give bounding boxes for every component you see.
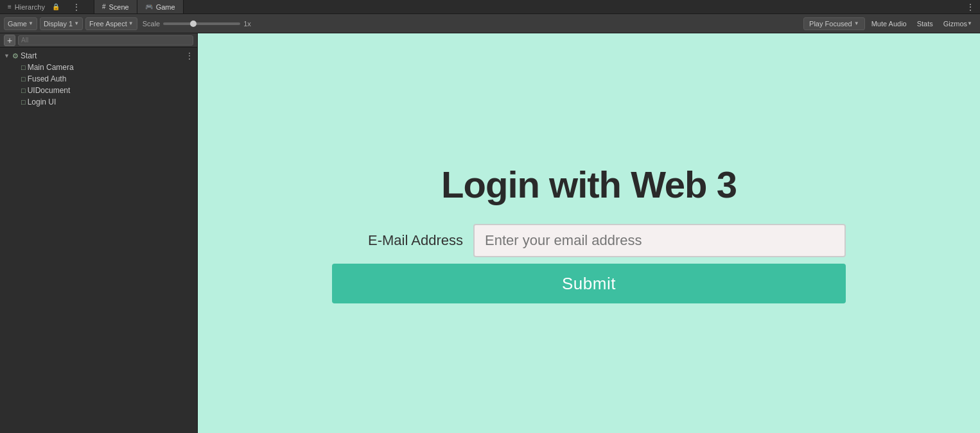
hierarchy-start-label: Start xyxy=(21,51,37,60)
hierarchy-camera-label: Main Camera xyxy=(28,63,74,72)
lock-icon: 🔒 xyxy=(48,3,64,10)
scale-section: Scale 1x xyxy=(143,20,251,28)
login-panel: Login with Web 3 E-Mail Address Submit xyxy=(332,163,846,303)
hierarchy-item-login-ui[interactable]: □ Login UI xyxy=(0,96,197,108)
loginui-icon: □ xyxy=(21,98,26,106)
display-dropdown[interactable]: Display 1 ▼ xyxy=(40,17,83,30)
hierarchy-list: ▼ ⚙ Start ⋮ □ Main Camera □ Fused Auth □ xyxy=(0,47,197,433)
email-row: E-Mail Address xyxy=(332,224,846,257)
hierarchy-item-fused-auth[interactable]: □ Fused Auth xyxy=(0,73,197,85)
gizmos-label: Gizmos xyxy=(943,20,967,28)
gizmos-chevron: ▼ xyxy=(967,21,972,26)
hierarchy-icon: ≡ xyxy=(8,3,12,10)
scale-label: Scale xyxy=(143,20,161,28)
email-label: E-Mail Address xyxy=(332,232,473,249)
play-focused-chevron: ▼ xyxy=(854,21,859,26)
aspect-dropdown[interactable]: Free Aspect ▼ xyxy=(85,17,137,30)
stats-button[interactable]: Stats xyxy=(913,17,937,30)
play-focused-button[interactable]: Play Focused ▼ xyxy=(803,17,865,30)
game-dropdown-label: Game xyxy=(8,20,27,28)
tab-scene-label: Scene xyxy=(109,3,128,11)
hierarchy-uidocument-label: UIDocument xyxy=(28,86,71,95)
scale-value: 1x xyxy=(243,20,251,28)
hierarchy-item-uidocument[interactable]: □ UIDocument xyxy=(0,85,197,96)
tab-bar-overflow[interactable]: ⋮ xyxy=(961,0,980,13)
game-toolbar: Game ▼ Display 1 ▼ Free Aspect ▼ Scale 1… xyxy=(0,14,980,33)
hierarchy-item-main-camera[interactable]: □ Main Camera xyxy=(0,62,197,73)
login-title: Login with Web 3 xyxy=(441,163,737,206)
hierarchy-loginui-label: Login UI xyxy=(28,98,57,106)
start-icon: ⚙ xyxy=(12,52,19,60)
play-focused-label: Play Focused xyxy=(809,20,852,28)
mute-audio-label: Mute Audio xyxy=(871,20,907,28)
game-viewport: Login with Web 3 E-Mail Address Submit xyxy=(198,33,980,433)
aspect-chevron: ▼ xyxy=(128,21,134,26)
game-dropdown-chevron: ▼ xyxy=(28,21,33,26)
add-icon: + xyxy=(7,35,12,46)
scale-thumb xyxy=(190,21,197,27)
fused-icon: □ xyxy=(21,75,26,83)
game-icon: 🎮 xyxy=(145,3,153,10)
email-input[interactable] xyxy=(473,224,846,257)
tab-game-active[interactable]: 🎮 Game xyxy=(137,0,184,13)
sidebar-toolbar: + xyxy=(0,33,197,47)
hierarchy-panel: + ▼ ⚙ Start ⋮ □ Main Camera □ Fused Au xyxy=(0,33,198,433)
game-dropdown[interactable]: Game ▼ xyxy=(4,17,37,30)
scene-grid-icon: # xyxy=(102,3,106,10)
uidocument-icon: □ xyxy=(21,87,26,94)
scale-slider[interactable] xyxy=(163,22,240,25)
tab-hierarchy[interactable]: ≡ Hierarchy 🔒 ⋮ xyxy=(0,0,94,13)
tab-game[interactable]: # Scene xyxy=(94,0,137,13)
display-chevron: ▼ xyxy=(74,21,79,26)
hierarchy-item-start[interactable]: ▼ ⚙ Start ⋮ xyxy=(0,50,197,62)
hierarchy-search-input[interactable] xyxy=(18,35,193,46)
gizmos-button[interactable]: Gizmos ▼ xyxy=(940,17,976,30)
aspect-label: Free Aspect xyxy=(89,20,127,28)
expand-arrow-start: ▼ xyxy=(4,53,10,59)
display-label: Display 1 xyxy=(44,20,73,28)
stats-label: Stats xyxy=(917,20,933,28)
camera-icon: □ xyxy=(21,64,26,71)
submit-button[interactable]: Submit xyxy=(332,264,846,303)
add-object-button[interactable]: + xyxy=(4,35,15,46)
start-item-dots[interactable]: ⋮ xyxy=(186,51,193,60)
hierarchy-fused-label: Fused Auth xyxy=(28,74,67,83)
main-area: + ▼ ⚙ Start ⋮ □ Main Camera □ Fused Au xyxy=(0,33,980,433)
tab-bar: ≡ Hierarchy 🔒 ⋮ # Scene 🎮 Game ⋮ xyxy=(0,0,980,14)
mute-audio-button[interactable]: Mute Audio xyxy=(868,17,911,30)
tab-game-label: Game xyxy=(156,3,175,11)
tab-hierarchy-label: Hierarchy xyxy=(15,3,45,11)
tab-hierarchy-dots[interactable]: ⋮ xyxy=(67,2,86,12)
